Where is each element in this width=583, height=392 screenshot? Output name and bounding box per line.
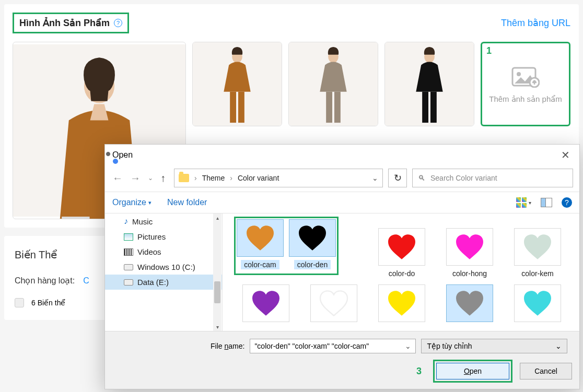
variant-checkbox[interactable] <box>15 298 24 307</box>
search-icon: 🔍︎ <box>418 174 425 182</box>
file-item-color-do[interactable]: color-do <box>371 228 433 278</box>
heart-icon <box>319 290 349 317</box>
sidebar-item-cdrive[interactable]: Windows 10 (C:) <box>105 259 222 275</box>
organize-menu[interactable]: Organize ▾ <box>112 198 151 207</box>
pictures-icon <box>124 233 133 241</box>
variant-count-label: 6 Biến thể <box>31 299 65 307</box>
open-button-highlight: Open <box>433 360 512 383</box>
close-icon[interactable]: ✕ <box>558 148 573 162</box>
bulk-label: Chọn hàng loạt: <box>15 276 75 286</box>
file-open-dialog: Open ✕ ← → ⌄ ↑ › Theme › Color variant ⌄… <box>104 144 580 389</box>
svg-rect-6 <box>238 92 244 123</box>
preview-pane-button[interactable] <box>541 198 552 207</box>
add-by-url-link[interactable]: Thêm bằng URL <box>501 17 570 29</box>
dialog-nav-row: ← → ⌄ ↑ › Theme › Color variant ⌄ ↻ 🔍︎ S… <box>105 164 579 192</box>
breadcrumb-colorvariant[interactable]: Color variant <box>238 174 279 182</box>
drive-icon <box>124 264 133 270</box>
annotation-marker-3: 3 <box>416 366 422 377</box>
heart-icon <box>387 233 417 260</box>
annotation-marker-2: 2 <box>327 213 332 214</box>
product-thumb-1[interactable] <box>192 42 282 126</box>
sidebar-item-label: Music <box>132 217 153 226</box>
svg-rect-2 <box>62 217 89 219</box>
section-title-highlight: Hình Ảnh Sản Phẩm ? <box>13 13 129 33</box>
heart-icon <box>387 290 417 317</box>
file-item-white[interactable] <box>303 284 365 322</box>
filetype-select[interactable]: Tệp tùy chỉnh⌄ <box>421 339 567 353</box>
dialog-sidebar: ♪Music Pictures Videos Windows 10 (C:) D… <box>105 213 223 331</box>
annotation-marker-1: 1 <box>486 45 492 56</box>
section-title: Hình Ảnh Sản Phẩm <box>19 17 110 29</box>
file-item-cyan[interactable] <box>507 284 568 322</box>
file-label: color-hong <box>449 269 490 278</box>
sidebar-item-pictures[interactable]: Pictures <box>105 229 222 244</box>
heart-icon <box>454 290 485 317</box>
heart-icon <box>251 290 281 317</box>
section-header: Hình Ảnh Sản Phẩm ? Thêm bằng URL <box>13 13 570 33</box>
dialog-body: ♪Music Pictures Videos Windows 10 (C:) D… <box>105 213 579 331</box>
add-image-label: Thêm ảnh sản phẩm <box>485 94 566 104</box>
search-input[interactable]: 🔍︎ Search Color variant <box>412 169 573 187</box>
refresh-button[interactable]: ↻ <box>388 169 407 187</box>
image-upload-icon <box>511 65 540 89</box>
open-button[interactable]: Open <box>436 363 509 379</box>
chevron-down-icon[interactable]: ⌄ <box>405 342 411 350</box>
up-icon[interactable]: ↑ <box>160 172 166 184</box>
heart-icon <box>297 224 328 252</box>
sidebar-item-label: Videos <box>137 247 161 256</box>
filename-input[interactable]: "color-den" "color-xam" "color-cam"⌄ <box>250 339 416 353</box>
file-item-gray[interactable] <box>439 284 500 322</box>
view-mode-button[interactable]: ▾ <box>516 197 531 208</box>
file-item-color-hong[interactable]: color-hong <box>439 228 500 278</box>
heart-icon <box>245 224 275 252</box>
heart-icon <box>454 233 485 260</box>
breadcrumb-path[interactable]: › Theme › Color variant ⌄ <box>174 169 383 187</box>
file-label: color-kem <box>518 269 556 278</box>
filename-label: File name: <box>211 342 244 350</box>
svg-point-16 <box>517 72 521 76</box>
svg-rect-14 <box>430 92 437 123</box>
sidebar-item-edrive[interactable]: Data (E:) <box>105 275 222 290</box>
search-placeholder: Search Color variant <box>430 174 497 182</box>
breadcrumb-theme[interactable]: Theme <box>202 174 225 182</box>
sidebar-item-music[interactable]: ♪Music <box>105 213 222 229</box>
new-folder-button[interactable]: New folder <box>167 198 207 207</box>
filename-value: "color-den" "color-xam" "color-cam" <box>254 342 369 350</box>
product-thumb-2[interactable] <box>288 42 378 126</box>
bulk-link[interactable]: C <box>83 276 89 286</box>
chevron-down-icon: ▾ <box>148 199 151 206</box>
file-item-purple[interactable] <box>235 284 297 322</box>
drive-icon <box>124 279 133 286</box>
file-item-color-kem[interactable]: color-kem <box>507 228 568 278</box>
dialog-footer: File name: "color-den" "color-xam" "colo… <box>105 331 579 389</box>
music-icon: ♪ <box>124 217 128 226</box>
dialog-titlebar: Open ✕ <box>105 145 579 164</box>
chevron-right-icon: › <box>194 174 197 182</box>
sidebar-scrollbar[interactable]: ▴▾ <box>213 213 221 331</box>
help-icon[interactable]: ? <box>114 19 122 27</box>
file-label: color-den <box>294 260 331 269</box>
file-item-yellow[interactable] <box>371 284 433 322</box>
file-list-area: . color-cam color-den 2 x x color-do <box>223 213 579 331</box>
product-thumb-3[interactable] <box>384 42 474 126</box>
chevron-down-icon: ⌄ <box>555 342 562 350</box>
svg-rect-10 <box>334 92 341 123</box>
cancel-button[interactable]: Cancel <box>520 363 572 379</box>
sidebar-item-videos[interactable]: Videos <box>105 244 222 259</box>
folder-icon <box>179 174 189 182</box>
file-label: color-do <box>386 269 418 278</box>
sidebar-item-label: Pictures <box>137 232 166 241</box>
file-label: color-cam <box>241 260 279 269</box>
add-product-image-button[interactable]: 1 Thêm ảnh sản phẩm <box>481 42 570 126</box>
file-item-color-cam[interactable]: color-cam <box>237 219 284 269</box>
file-item-color-den[interactable]: color-den <box>289 219 336 269</box>
recent-chevron-icon[interactable]: ⌄ <box>148 174 153 182</box>
sidebar-item-label: Windows 10 (C:) <box>137 263 195 271</box>
chevron-right-icon: › <box>230 174 232 182</box>
back-icon[interactable]: ← <box>112 172 123 184</box>
help-icon[interactable]: ? <box>562 197 572 208</box>
videos-icon <box>124 248 133 256</box>
forward-icon[interactable]: → <box>130 172 141 184</box>
chevron-down-icon[interactable]: ⌄ <box>372 174 378 182</box>
dialog-toolbar: Organize ▾ New folder ▾ ? <box>105 192 579 213</box>
